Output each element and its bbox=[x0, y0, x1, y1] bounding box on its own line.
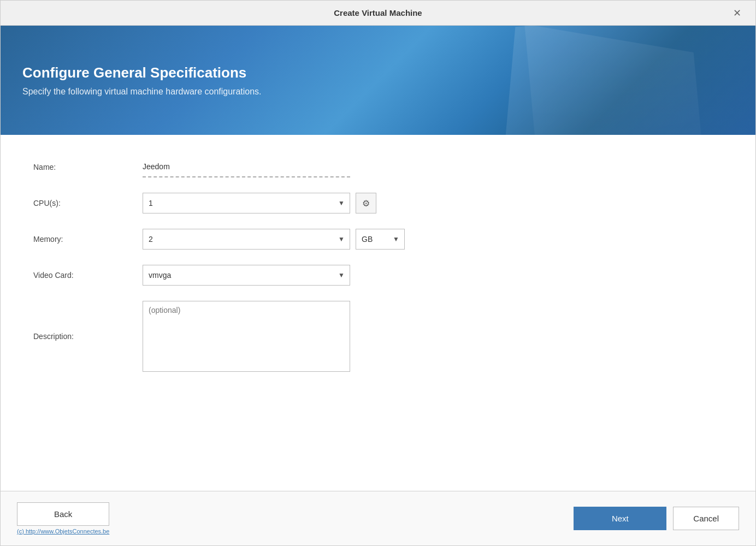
title-bar: Create Virtual Machine ✕ bbox=[1, 1, 755, 26]
name-control bbox=[143, 157, 350, 177]
cpu-label: CPU(s): bbox=[33, 199, 143, 207]
description-textarea[interactable] bbox=[143, 301, 350, 372]
header-title: Configure General Specifications bbox=[22, 64, 734, 81]
video-card-row: Video Card: vmvga vmware-svga cirrus ▼ bbox=[33, 265, 723, 286]
cpu-control: 1 2 4 8 ▼ ⚙ bbox=[143, 193, 376, 213]
description-label: Description: bbox=[33, 332, 143, 341]
memory-select[interactable]: 1 2 4 8 16 bbox=[143, 229, 350, 250]
back-button[interactable]: Back bbox=[17, 502, 109, 526]
description-row: Description: bbox=[33, 301, 723, 372]
cpu-select-wrapper: 1 2 4 8 ▼ bbox=[143, 193, 350, 213]
footer-left: Back (c) http://www.ObjetsConnectes.be bbox=[17, 502, 109, 535]
next-button[interactable]: Next bbox=[574, 507, 666, 530]
memory-control: 1 2 4 8 16 ▼ MB GB ▼ bbox=[143, 229, 405, 250]
footer: Back (c) http://www.ObjetsConnectes.be N… bbox=[1, 491, 755, 545]
name-input[interactable] bbox=[143, 157, 350, 177]
create-vm-dialog: Create Virtual Machine ✕ Configure Gener… bbox=[0, 0, 756, 546]
copyright-text: (c) http://www.ObjetsConnectes.be bbox=[17, 528, 109, 535]
cpu-select[interactable]: 1 2 4 8 bbox=[143, 193, 350, 213]
dialog-title: Create Virtual Machine bbox=[334, 8, 422, 17]
video-card-label: Video Card: bbox=[33, 271, 143, 280]
description-control bbox=[143, 301, 350, 372]
footer-right: Next Cancel bbox=[574, 507, 739, 530]
cpu-gear-button[interactable]: ⚙ bbox=[356, 193, 376, 213]
close-button[interactable]: ✕ bbox=[730, 7, 745, 19]
header-banner: Configure General Specifications Specify… bbox=[1, 26, 755, 135]
cpu-row: CPU(s): 1 2 4 8 ▼ ⚙ bbox=[33, 193, 723, 213]
header-subtitle: Specify the following virtual machine ha… bbox=[22, 87, 734, 97]
video-card-select[interactable]: vmvga vmware-svga cirrus bbox=[143, 265, 350, 286]
name-row: Name: bbox=[33, 157, 723, 177]
memory-unit-select[interactable]: MB GB bbox=[356, 229, 405, 250]
gear-icon: ⚙ bbox=[362, 198, 370, 209]
name-label: Name: bbox=[33, 163, 143, 171]
memory-unit-wrapper: MB GB ▼ bbox=[356, 229, 405, 250]
video-card-control: vmvga vmware-svga cirrus ▼ bbox=[143, 265, 350, 286]
memory-row: Memory: 1 2 4 8 16 ▼ MB GB bbox=[33, 229, 723, 250]
form-content: Name: CPU(s): 1 2 4 8 ▼ ⚙ bbox=[1, 135, 755, 491]
memory-select-wrapper: 1 2 4 8 16 ▼ bbox=[143, 229, 350, 250]
cancel-button[interactable]: Cancel bbox=[673, 507, 739, 530]
video-select-wrapper: vmvga vmware-svga cirrus ▼ bbox=[143, 265, 350, 286]
memory-label: Memory: bbox=[33, 235, 143, 244]
